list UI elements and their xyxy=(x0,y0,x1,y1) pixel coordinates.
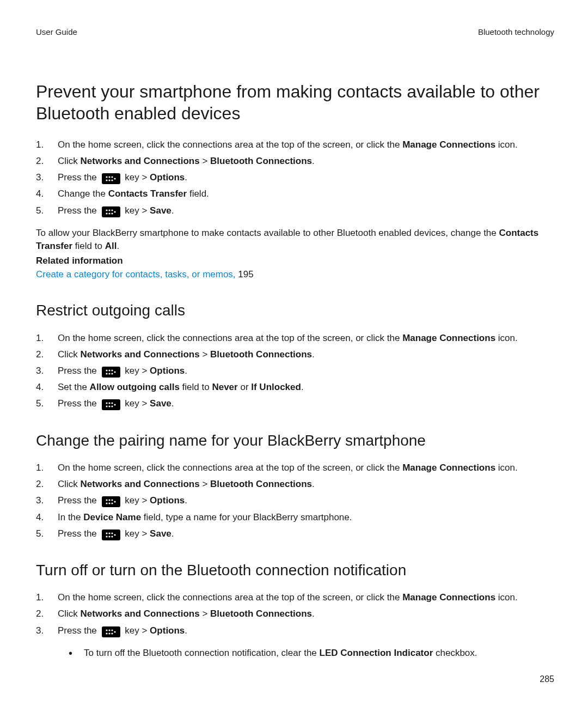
svg-point-32 xyxy=(111,500,113,501)
svg-point-16 xyxy=(108,369,110,371)
list-item: 2. Click Networks and Connections > Blue… xyxy=(36,606,554,621)
svg-point-7 xyxy=(106,209,107,211)
section-title-1: Prevent your smartphone from making cont… xyxy=(36,81,554,124)
blackberry-key-icon xyxy=(102,530,120,540)
svg-point-37 xyxy=(108,532,110,534)
svg-point-39 xyxy=(111,532,113,534)
steps-list-4: 1. On the home screen, click the connect… xyxy=(36,590,554,638)
list-item: 1. On the home screen, click the connect… xyxy=(36,331,554,345)
list-item: 2. Click Networks and Connections > Blue… xyxy=(36,347,554,362)
svg-point-15 xyxy=(106,373,107,374)
bullet-list-4: • To turn off the Bluetooth connection n… xyxy=(36,647,554,660)
svg-point-4 xyxy=(111,176,113,178)
svg-point-42 xyxy=(106,629,107,631)
related-link[interactable]: Create a category for contacts, tasks, o… xyxy=(36,269,238,279)
svg-point-19 xyxy=(111,373,113,374)
svg-point-44 xyxy=(108,629,110,631)
note-paragraph: To allow your BlackBerry smartphone to m… xyxy=(36,227,554,253)
svg-point-35 xyxy=(106,532,107,534)
svg-point-34 xyxy=(114,501,115,503)
svg-point-21 xyxy=(106,403,107,404)
svg-point-33 xyxy=(111,503,113,504)
document-page: User Guide Bluetooth technology Prevent … xyxy=(0,0,588,706)
list-item: 2. Click Networks and Connections > Blue… xyxy=(36,154,554,168)
related-information-title: Related information xyxy=(36,254,554,268)
list-item: 3. Press the key > Options. xyxy=(36,493,554,508)
svg-point-25 xyxy=(111,403,113,404)
svg-point-11 xyxy=(111,209,113,211)
svg-point-28 xyxy=(106,500,107,501)
svg-point-46 xyxy=(111,629,113,631)
svg-point-40 xyxy=(111,535,113,537)
svg-point-14 xyxy=(106,369,107,371)
section-title-4: Turn off or turn on the Bluetooth connec… xyxy=(36,561,554,580)
svg-point-18 xyxy=(111,369,113,371)
list-item: 3. Press the key > Options. xyxy=(36,363,554,378)
svg-point-27 xyxy=(114,404,115,406)
svg-point-29 xyxy=(106,503,107,504)
blackberry-key-icon xyxy=(102,399,120,410)
svg-point-1 xyxy=(106,180,107,181)
svg-point-6 xyxy=(114,178,115,180)
list-item: 5. Press the key > Save. xyxy=(36,203,554,218)
blackberry-key-icon xyxy=(102,626,120,637)
svg-point-5 xyxy=(111,180,113,181)
svg-point-48 xyxy=(114,631,115,632)
list-item: 3. Press the key > Options. xyxy=(36,170,554,185)
svg-point-10 xyxy=(108,212,110,214)
svg-point-20 xyxy=(114,371,115,373)
svg-point-12 xyxy=(111,212,113,214)
svg-point-17 xyxy=(108,373,110,374)
list-item: • To turn off the Bluetooth connection n… xyxy=(69,647,554,660)
related-link-row: Create a category for contacts, tasks, o… xyxy=(36,268,554,282)
svg-point-26 xyxy=(111,406,113,407)
header-right: Bluetooth technology xyxy=(478,26,554,38)
svg-point-24 xyxy=(108,406,110,407)
blackberry-key-icon xyxy=(102,173,120,184)
svg-point-47 xyxy=(111,632,113,634)
list-item: 5. Press the key > Save. xyxy=(36,396,554,411)
list-item: 1. On the home screen, click the connect… xyxy=(36,460,554,475)
svg-point-45 xyxy=(108,632,110,634)
list-item: 4. In the Device Name field, type a name… xyxy=(36,510,554,525)
svg-point-31 xyxy=(108,503,110,504)
page-header: User Guide Bluetooth technology xyxy=(36,26,554,38)
list-item: 2. Click Networks and Connections > Blue… xyxy=(36,477,554,491)
svg-point-36 xyxy=(106,535,107,537)
svg-point-9 xyxy=(108,209,110,211)
blackberry-key-icon xyxy=(102,367,120,378)
svg-point-30 xyxy=(108,500,110,501)
svg-point-13 xyxy=(114,211,115,212)
steps-list-2: 1. On the home screen, click the connect… xyxy=(36,331,554,411)
bullet-icon: • xyxy=(69,647,84,660)
steps-list-3: 1. On the home screen, click the connect… xyxy=(36,460,554,541)
list-item: 1. On the home screen, click the connect… xyxy=(36,137,554,152)
svg-point-22 xyxy=(106,406,107,407)
blackberry-key-icon xyxy=(102,496,120,507)
page-number: 285 xyxy=(540,673,554,685)
svg-point-41 xyxy=(114,534,115,535)
list-item: 4. Change the Contacts Transfer field. xyxy=(36,186,554,201)
list-item: 3. Press the key > Options. xyxy=(36,623,554,638)
svg-point-0 xyxy=(106,176,107,178)
svg-point-3 xyxy=(108,180,110,181)
section-title-2: Restrict outgoing calls xyxy=(36,301,554,320)
svg-point-23 xyxy=(108,403,110,404)
svg-point-38 xyxy=(108,535,110,537)
svg-point-2 xyxy=(108,176,110,178)
header-left: User Guide xyxy=(36,26,77,38)
steps-list-1: 1. On the home screen, click the connect… xyxy=(36,137,554,218)
blackberry-key-icon xyxy=(102,206,120,217)
list-item: 4. Set the Allow outgoing calls field to… xyxy=(36,380,554,394)
svg-point-43 xyxy=(106,632,107,634)
list-item: 1. On the home screen, click the connect… xyxy=(36,590,554,605)
svg-point-8 xyxy=(106,212,107,214)
list-item: 5. Press the key > Save. xyxy=(36,526,554,541)
section-title-3: Change the pairing name for your BlackBe… xyxy=(36,431,554,451)
